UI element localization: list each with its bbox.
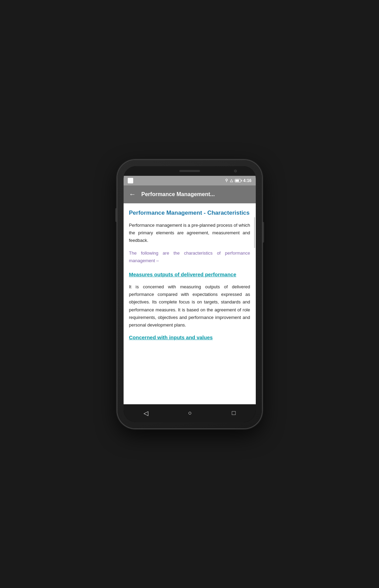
app-bar: ← Performance Management... [124,185,256,203]
back-nav-button[interactable]: ◁ [137,407,155,420]
speaker-grille [179,170,200,172]
svg-rect-0 [129,180,132,182]
front-camera [234,170,237,172]
status-left-icons [128,178,133,183]
status-bar: ⚲ △ 4:16 [124,176,256,185]
section1-heading[interactable]: Measures outputs of delivered performanc… [129,271,250,279]
recents-nav-button[interactable]: □ [225,407,243,419]
bottom-nav: ◁ ○ □ [124,404,256,422]
section1-body: It is concerned with measuring outputs o… [129,283,250,329]
app-bar-title: Performance Management... [141,191,250,197]
scroll-indicator [254,217,255,248]
battery-fill [235,180,239,182]
battery-icon [235,179,241,182]
phone-device: ⚲ △ 4:16 ← Performance Management... Per… [117,160,262,428]
android-icon [128,178,133,183]
characteristics-intro: The following are the characteristics of… [129,249,250,265]
phone-screen: ⚲ △ 4:16 ← Performance Management... Per… [124,166,256,422]
power-button-right [263,222,264,243]
svg-point-2 [130,179,131,180]
home-nav-button[interactable]: ○ [181,407,199,419]
content-area[interactable]: Performance Management - Characteristics… [124,203,256,404]
section2-heading[interactable]: Concerned with inputs and values [129,334,250,342]
phone-top-bar [124,166,256,176]
page-title: Performance Management - Characteristics [129,209,250,217]
intro-text: Performance management is a pre-planned … [129,222,250,244]
volume-button-left [115,208,117,222]
time-display: 4:16 [243,178,251,183]
back-button[interactable]: ← [129,190,136,198]
svg-point-1 [129,179,130,180]
signal-icon: △ [230,178,233,183]
location-icon: ⚲ [225,178,228,183]
status-right-icons: ⚲ △ 4:16 [225,178,251,183]
